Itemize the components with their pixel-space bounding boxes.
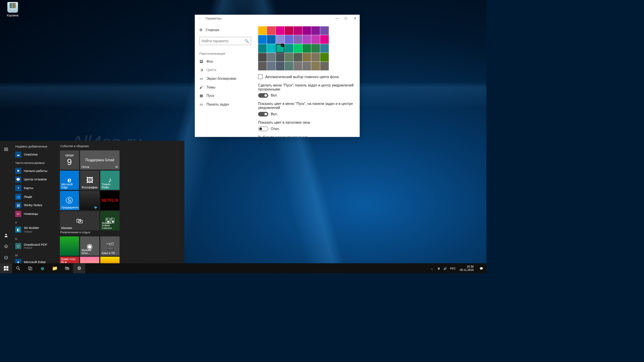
letter-d[interactable]: D [12,235,60,241]
color-swatch[interactable] [285,26,293,35]
color-swatch[interactable] [293,62,302,70]
notifications-button[interactable]: 💬 [477,263,486,273]
color-swatch[interactable] [320,53,329,62]
color-swatch[interactable] [303,53,311,62]
color-swatch[interactable] [276,35,284,44]
app-people[interactable]: 👥Люди [12,192,60,201]
nav-start[interactable]: ▦Пуск [197,92,253,100]
tile-news[interactable]: Трамп стал 45-м президентом СШАНовости [60,257,79,263]
nav-colors[interactable]: ◑Цвета [197,66,253,74]
gear-icon[interactable] [0,241,12,252]
show-color-toggle[interactable] [258,112,268,117]
color-swatch[interactable] [320,35,329,44]
tile-asphalt[interactable]: 8Asphalt 8: На... [100,257,119,263]
back-button[interactable]: ← [197,17,203,20]
color-swatch[interactable] [267,53,276,62]
app-sticky[interactable]: ▤Sticky Notes [12,201,60,210]
taskview-button[interactable] [24,263,36,273]
color-swatch[interactable] [311,62,320,70]
color-swatch[interactable] [320,26,329,35]
settings-titlebar[interactable]: ← Параметры ― ☐ ✕ [195,15,360,22]
color-swatch[interactable] [293,26,302,35]
recycle-bin[interactable]: Корзина [3,2,23,17]
color-swatch[interactable] [303,62,311,70]
tile-group-play[interactable]: Развлечения и отдых [60,230,119,236]
auto-color-checkbox[interactable]: Автоматический выбор главного цвета фона [258,74,355,79]
letter-m[interactable]: M [12,251,60,258]
tray-network-icon[interactable]: 🖥 [436,267,442,270]
tile-mail[interactable]: Поддержка GmailПочта✉ [80,150,120,170]
color-swatch[interactable] [276,44,284,53]
tray-language[interactable]: РУС [449,267,457,270]
minimize-button[interactable]: ― [332,15,341,22]
search-input[interactable]: Найти параметр🔍 [199,37,251,45]
tile-edge[interactable]: eMicrosoft Edge [60,171,79,190]
color-swatch[interactable] [258,35,267,44]
title-color-toggle[interactable] [258,127,268,131]
tile-solitaire[interactable]: 🂱🂲Microsoft Solitaire Collection [100,211,119,230]
power-icon[interactable] [0,252,12,263]
tile-soda[interactable]: SODA [80,257,99,263]
color-swatch[interactable] [293,44,302,53]
app-3dbuilder[interactable]: ◧3D BuilderНовые [12,225,60,235]
letter-hash[interactable]: # [12,218,60,225]
tile-calendar[interactable]: среда9 [60,150,79,170]
taskbar-edge[interactable]: e [37,263,49,273]
user-icon[interactable] [0,230,12,241]
color-swatch[interactable] [258,62,267,70]
color-swatch[interactable] [267,44,276,53]
color-swatch[interactable] [303,26,311,35]
color-swatch[interactable] [303,44,311,53]
hamburger-icon[interactable] [0,144,12,155]
color-swatch[interactable] [267,35,276,44]
nav-lockscreen[interactable]: ▭Экран блокировки [197,74,253,83]
taskbar-explorer[interactable]: 📁 [49,263,61,273]
color-swatch[interactable] [320,44,329,53]
color-swatch[interactable] [293,35,302,44]
tile-movies[interactable]: 🎬Кино и ТВ [100,236,119,255]
tray-clock[interactable]: 15:3909.11.2016 [458,265,476,272]
app-drawboard[interactable]: ⬡Drawboard PDFНовые [12,241,60,251]
maximize-button[interactable]: ☐ [341,15,351,22]
color-swatch[interactable] [311,44,320,53]
app-onedrive[interactable]: ☁OneDrive [12,150,60,159]
start-button[interactable] [0,263,12,273]
color-swatch[interactable] [285,35,293,44]
nav-home[interactable]: ⚙Главная [197,26,253,34]
color-swatch[interactable] [276,26,284,35]
color-swatch[interactable] [267,26,276,35]
color-swatch[interactable] [285,44,293,53]
app-edge[interactable]: eMicrosoft Edge [12,257,60,263]
tile-netflix[interactable]: NETFLIX [100,191,119,210]
search-button[interactable] [12,263,24,273]
tile-skype[interactable]: ⓈПредварител... [60,191,79,210]
tray-volume-icon[interactable]: 🔊 [442,267,448,270]
color-swatch[interactable] [276,62,284,70]
app-maps[interactable]: ⌖Карты [12,184,60,192]
taskbar-settings[interactable]: ⚙ [73,263,85,273]
color-swatch[interactable] [267,62,276,70]
color-swatch[interactable] [320,62,329,70]
app-feedback[interactable]: 💬Центр отзывов [12,175,60,184]
color-swatch[interactable] [303,35,311,44]
close-button[interactable]: ✕ [351,15,360,22]
tile-groove[interactable]: ◉Музыка Groo... [80,236,99,255]
color-swatch[interactable] [285,62,293,70]
tile-tunein[interactable]: ♪TuneIn Radio [100,171,119,190]
tile-group-events[interactable]: События и общение [60,144,119,150]
color-swatch[interactable] [258,53,267,62]
color-swatch[interactable] [293,53,302,62]
color-swatch[interactable] [311,53,320,62]
color-swatch[interactable] [276,53,284,62]
tile-twitter[interactable]: Twitter🐦 [80,191,99,210]
taskbar-store[interactable]: 🛍 [61,263,73,273]
app-getstarted[interactable]: ⚑Начало работы [12,167,60,175]
nav-background[interactable]: 🖼Фон [197,57,253,66]
nav-taskbar[interactable]: ▭Панель задач [197,100,253,109]
transparency-toggle[interactable] [258,93,268,98]
color-swatch[interactable] [285,53,293,62]
tile-xbox[interactable]: Xbox [60,236,79,255]
color-swatch[interactable] [311,26,320,35]
tile-photos[interactable]: 🖼Фотографии [80,171,99,190]
color-swatch[interactable] [311,35,320,44]
